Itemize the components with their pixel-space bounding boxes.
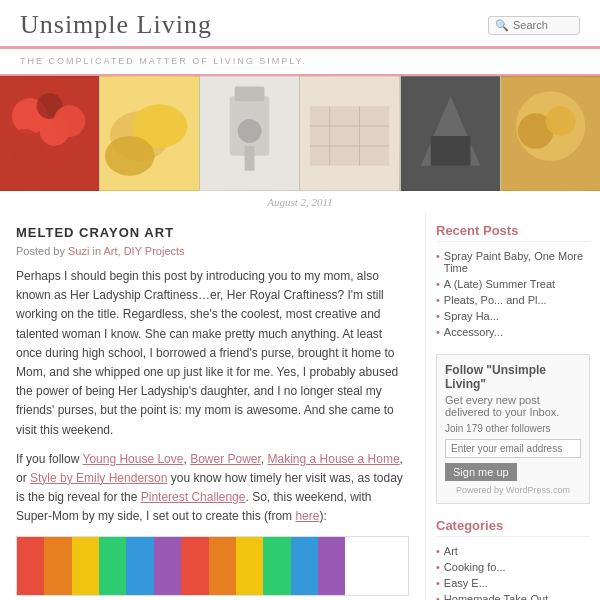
svg-rect-16 [310,106,389,166]
post-body: Perhaps I should begin this post by intr… [16,267,409,526]
link-bower-power[interactable]: Bower Power [190,452,261,466]
tagline-bar: THE COMPLICATED MATTER OF LIVING SIMPLY. [0,49,600,76]
tagline: THE COMPLICATED MATTER OF LIVING SIMPLY. [20,56,307,66]
list-item: A (Late) Summer Treat [436,276,590,292]
list-item: Cooking fo... [436,559,590,575]
categories-title: Categories [436,518,590,537]
hero-image-3 [200,76,299,191]
link-making-house-home[interactable]: Making a House a Home [268,452,400,466]
header: Unsimple Living 🔍 [0,0,600,49]
svg-point-9 [105,136,155,176]
recent-post-link-1[interactable]: Spray Paint Baby, One More Time [444,250,590,274]
svg-point-5 [54,105,86,137]
follow-widget: Follow "Unsimple Living" Get every new p… [436,354,590,504]
hero-image-6 [501,76,600,191]
link-style-emily[interactable]: Style by Emily Henderson [30,471,167,485]
svg-rect-14 [245,146,255,171]
follow-signup-button[interactable]: Sign me up [445,463,517,481]
app: Unsimple Living 🔍 THE COMPLICATED MATTER… [0,0,600,600]
recent-post-link-4[interactable]: Spray Ha... [444,310,499,322]
hero-image-5 [401,76,500,191]
post-paragraph-2: If you follow Young House Love, Bower Po… [16,450,409,527]
recent-posts-list: Spray Paint Baby, One More Time A (Late)… [436,248,590,340]
category-link-easy[interactable]: Easy E... [444,577,488,589]
hero-image-grid [0,76,600,191]
hero-image-1 [0,76,99,191]
post-meta: Posted by Suzi in Art, DIY Projects [16,245,409,257]
sidebar-categories: Categories Art Cooking fo... Easy E... H… [436,518,590,600]
recent-posts-title: Recent Posts [436,223,590,242]
list-item: Accessory... [436,324,590,340]
list-item: Spray Ha... [436,308,590,324]
svg-rect-12 [235,86,265,101]
list-item: Homemade Take-Out [436,591,590,600]
list-item: Art [436,543,590,559]
sidebar-follow-widget-section: Follow "Unsimple Living" Get every new p… [436,354,590,504]
svg-point-13 [238,119,262,143]
follow-widget-subtitle: Get every new post delivered to your Inb… [445,394,581,418]
categories-list: Art Cooking fo... Easy E... Homemade Tak… [436,543,590,600]
link-here[interactable]: here [295,509,319,523]
list-item: Spray Paint Baby, One More Time [436,248,590,276]
link-young-house-love[interactable]: Young House Love [82,452,183,466]
category-link-homemade[interactable]: Homemade Take-Out [444,593,548,600]
category-link-diy[interactable]: DIY Projects [124,245,185,257]
category-link-art[interactable]: Art [444,545,458,557]
list-item: Easy E... [436,575,590,591]
post-date: August 2, 2011 [267,196,333,208]
hero-image-2 [100,76,199,191]
follow-widget-title: Follow "Unsimple Living" [445,363,581,391]
post-in-text: in [92,245,103,257]
powered-by-text: Powered by WordPress.com [445,485,581,495]
date-bar: August 2, 2011 [0,191,600,213]
search-input[interactable] [513,19,573,31]
follow-email-input[interactable] [445,439,581,458]
post-paragraph-1: Perhaps I should begin this post by intr… [16,267,409,440]
author-link[interactable]: Suzi [68,245,89,257]
link-pinterest[interactable]: Pinterest Challenge [141,490,246,504]
recent-post-link-2[interactable]: A (Late) Summer Treat [444,278,555,290]
list-item: Pleats, Po... and Pl... [436,292,590,308]
svg-point-27 [545,106,575,136]
recent-post-link-3[interactable]: Pleats, Po... and Pl... [444,294,547,306]
follow-widget-count: Join 179 other followers [445,423,581,434]
category-link-cooking[interactable]: Cooking fo... [444,561,506,573]
posted-by-text: Posted by [16,245,68,257]
category-link-art[interactable]: Art [103,245,117,257]
svg-rect-23 [430,136,470,166]
main-layout: MELTED CRAYON ART Posted by Suzi in Art,… [0,213,600,600]
sidebar: Recent Posts Spray Paint Baby, One More … [425,213,600,600]
sidebar-recent-posts: Recent Posts Spray Paint Baby, One More … [436,223,590,340]
search-box[interactable]: 🔍 [488,16,580,35]
svg-point-3 [8,129,42,163]
post-crayon-image [16,536,409,596]
site-title: Unsimple Living [20,10,212,40]
hero-image-4 [300,76,399,191]
recent-post-link-5[interactable]: Accessory... [444,326,503,338]
content-area: MELTED CRAYON ART Posted by Suzi in Art,… [0,213,425,600]
post-title: MELTED CRAYON ART [16,225,409,240]
search-icon: 🔍 [495,19,509,32]
